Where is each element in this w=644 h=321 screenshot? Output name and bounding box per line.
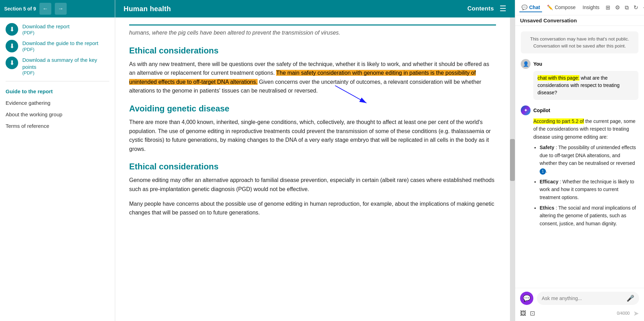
chat-tab-label: Chat (529, 5, 540, 10)
copilot-body: This conversation may have info that's n… (515, 26, 644, 288)
sidebar-downloads: ⬇ Download the report (PDF) ⬇ Download t… (0, 17, 115, 78)
download-summary-item[interactable]: ⬇ Download a summary of the key points (… (6, 57, 109, 75)
user-message-header: 👤 You (521, 59, 638, 69)
copilot-ask-icon: 💬 (520, 292, 533, 305)
download-summary-icon: ⬇ (6, 57, 18, 69)
ethics-text: : The social and moral implications of a… (540, 205, 636, 226)
copilot-message: ✦ Copilot According to part 5.2 of the c… (521, 105, 638, 230)
copilot-actions-row: 🖼 ⊡ 0/4000 ➤ (520, 309, 639, 318)
download-guide-item[interactable]: ⬇ Download the guide to the report (PDF) (6, 40, 109, 52)
compose-tab-label: Compose (555, 5, 576, 10)
copilot-response-intro: According to part 5.2 of the current pag… (533, 117, 638, 141)
safety-text: : The possibility of unintended effects … (540, 145, 636, 166)
sidebar-item-evidence-gathering[interactable]: Evidence gathering (0, 97, 115, 109)
copilot-footer: 💬 🎤 🖼 ⊡ 0/4000 ➤ (515, 288, 644, 321)
tab-insights[interactable]: Insights (580, 3, 601, 12)
char-count: 0/4000 (617, 311, 630, 316)
sidebar-divider (6, 81, 109, 81)
download-report-text: Download the report (PDF) (22, 23, 69, 35)
sidebar-top-bar: Section 5 of 9 ← → (0, 0, 115, 17)
copilot-header-actions: ⊞ ⚙ ⧉ ↻ ⋯ ✕ (604, 3, 644, 12)
safety-bold: Safety (540, 145, 554, 150)
download-summary-sub: (PDF) (22, 70, 109, 75)
efficacy-bold: Efficacy (540, 179, 558, 184)
insights-tab-label: Insights (583, 5, 599, 10)
download-report-icon: ⬇ (6, 23, 18, 36)
scrollbar-thumb[interactable] (510, 139, 515, 181)
copilot-mic-button[interactable]: 🎤 (627, 294, 634, 302)
download-guide-text: Download the guide to the report (PDF) (22, 40, 98, 52)
copilot-citation-highlight: According to part 5.2 of (533, 118, 584, 124)
download-guide-icon: ⬇ (6, 40, 18, 52)
user-label: You (533, 61, 542, 67)
tab-compose[interactable]: ✏️ Compose (545, 3, 578, 12)
compose-tab-icon: ✏️ (547, 5, 553, 10)
copilot-input-row-outer: 💬 🎤 (520, 292, 639, 306)
copilot-ask-input[interactable] (542, 296, 624, 301)
user-avatar: 👤 (521, 59, 531, 69)
main-title: Human health (124, 5, 171, 13)
article-scrollbar[interactable] (510, 17, 515, 321)
ethics-bold: Ethics (540, 205, 554, 211)
tab-chat[interactable]: 💬 Chat (519, 3, 542, 12)
download-summary-text: Download a summary of the key points (PD… (22, 57, 109, 75)
download-report-sub: (PDF) (22, 30, 69, 35)
more-options-button[interactable]: ⋯ (642, 3, 644, 12)
section2-heading: Avoiding genetic disease (129, 104, 496, 114)
download-report-title: Download the report (22, 23, 69, 30)
download-summary-title: Download a summary of the key points (22, 57, 109, 70)
copilot-message-header: ✦ Copilot (521, 105, 638, 115)
main-top-bar: Human health Contents ☰ (115, 0, 515, 17)
section1-heading: Ethical considerations (129, 46, 496, 56)
copilot-list-item-efficacy: Efficacy : Whether the technique is like… (540, 178, 638, 201)
copilot-input-container: 🎤 (537, 292, 639, 305)
copilot-header: 💬 Chat ✏️ Compose Insights ⊞ ⚙ ⧉ ↻ ⋯ ✕ (515, 0, 644, 15)
section3-paragraph2: Many people have concerns about the poss… (129, 199, 496, 217)
article-intro: humans, where the pig cells have been al… (129, 24, 496, 37)
download-report-item[interactable]: ⬇ Download the report (PDF) (6, 23, 109, 36)
sidebar-item-terms-of-reference[interactable]: Terms of reference (0, 120, 115, 132)
hamburger-button[interactable]: ☰ (499, 4, 506, 13)
refresh-icon-button[interactable]: ↻ (632, 3, 639, 12)
copilot-response: According to part 5.2 of the current pag… (533, 117, 638, 230)
prev-section-button[interactable]: ← (39, 3, 51, 15)
unsaved-notice: This conversation may have info that's n… (521, 31, 638, 53)
download-guide-sub: (PDF) (22, 47, 98, 52)
citation-badge[interactable]: 1 (540, 168, 546, 175)
grid-icon-button[interactable]: ⊞ (604, 3, 612, 12)
main-content: Human health Contents ☰ humans, where th… (115, 0, 515, 321)
copilot-scan-button[interactable]: ⊡ (530, 309, 535, 317)
copilot-response-list: Safety : The possibility of unintended e… (533, 144, 638, 227)
article-body: humans, where the pig cells have been al… (115, 17, 510, 321)
new-tab-icon-button[interactable]: ⧉ (623, 3, 630, 12)
sidebar-nav-heading[interactable]: Guide to the report (0, 86, 115, 97)
unsaved-conversation-title: Unsaved Conversation (515, 15, 644, 26)
sidebar-nav: Guide to the report Evidence gathering A… (0, 84, 115, 133)
send-button[interactable]: ➤ (633, 309, 639, 318)
copilot-list-item-safety: Safety : The possibility of unintended e… (540, 144, 638, 175)
sidebar-item-about-working-group[interactable]: About the working group (0, 109, 115, 120)
user-message-highlight: chat with this page: (538, 75, 579, 81)
copilot-panel: 💬 Chat ✏️ Compose Insights ⊞ ⚙ ⧉ ↻ ⋯ ✕ U… (515, 0, 644, 321)
copilot-image-button[interactable]: 🖼 (520, 310, 526, 317)
section3-paragraph1: Genome editing may offer an alternative … (129, 176, 496, 194)
section-label: Section 5 of 9 (4, 6, 36, 12)
next-section-button[interactable]: → (55, 3, 67, 15)
chat-tab-icon: 💬 (521, 5, 527, 10)
copilot-list-item-ethics: Ethics : The social and moral implicatio… (540, 204, 638, 227)
section3-heading: Ethical considerations (129, 162, 496, 172)
copilot-avatar: ✦ (521, 105, 531, 115)
section2-paragraph: There are more than 4,000 known, inherit… (129, 118, 496, 153)
copilot-label: Copilot (533, 108, 550, 113)
contents-button[interactable]: Contents (467, 5, 494, 12)
settings-icon-button[interactable]: ⚙ (614, 3, 621, 12)
download-guide-title: Download the guide to the report (22, 40, 98, 47)
sidebar: Section 5 of 9 ← → ⬇ Download the report… (0, 0, 115, 321)
user-message-bubble: chat with this page: what are the consid… (533, 71, 638, 100)
user-message: 👤 You chat with this page: what are the … (521, 59, 638, 100)
top-bar-right: Contents ☰ (467, 4, 506, 13)
section1-paragraph: As with any new treatment, there will be… (129, 60, 496, 95)
